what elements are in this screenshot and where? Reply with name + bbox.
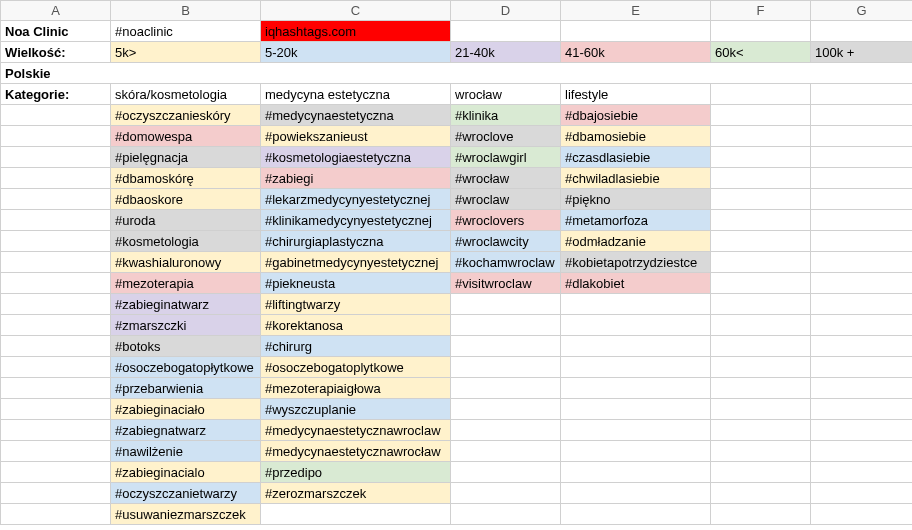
cell-hashtag[interactable] [561,315,711,336]
cell-hashtag[interactable] [451,294,561,315]
cell-cat-b[interactable]: skóra/kosmetologia [111,84,261,105]
cell-hashtag[interactable]: #przebarwienia [111,378,261,399]
cell-empty[interactable] [811,483,913,504]
cell-hashtag[interactable]: #zabiegnatwarz [111,420,261,441]
cell-size-d[interactable]: 21-40k [451,42,561,63]
cell-empty[interactable] [1,378,111,399]
cell-hashtag[interactable]: #kosmetologia [111,231,261,252]
cell-empty[interactable] [1,105,111,126]
cell-empty[interactable] [1,483,111,504]
cell-hashtag[interactable]: #wroclovers [451,210,561,231]
cell-hashtag[interactable]: #botoks [111,336,261,357]
cell-empty[interactable] [711,399,811,420]
col-header-C[interactable]: C [261,1,451,21]
cell-hashtag[interactable]: #kobietapotrzydziestce [561,252,711,273]
cell-hashtag[interactable]: #korektanosa [261,315,451,336]
cell-empty[interactable] [711,105,811,126]
cell-empty[interactable] [811,441,913,462]
cell-hashtag[interactable]: #dbaoskore [111,189,261,210]
cell-empty[interactable] [711,21,811,42]
cell-empty[interactable] [1,315,111,336]
cell-hashtag[interactable]: #nawilżenie [111,441,261,462]
cell-hashtag[interactable] [451,462,561,483]
cell-hashtag[interactable]: #domowespa [111,126,261,147]
cell-empty[interactable] [811,399,913,420]
cell-size-f[interactable]: 60k< [711,42,811,63]
cell-empty[interactable] [811,147,913,168]
cell-empty[interactable] [711,252,811,273]
cell-hashtag[interactable] [561,357,711,378]
cell-hashtag[interactable]: #usuwaniezmarszczek [111,504,261,525]
col-header-D[interactable]: D [451,1,561,21]
cell-brand-name[interactable]: Noa Clinic [1,21,111,42]
cell-cat-c[interactable]: medycyna estetyczna [261,84,451,105]
cell-empty[interactable] [1,462,111,483]
cell-hashtag[interactable]: #dbamoskórę [111,168,261,189]
cell-hashtag[interactable]: #przedipo [261,462,451,483]
cell-hashtag[interactable]: #kosmetologiaestetyczna [261,147,451,168]
cell-brand-hashtag[interactable]: #noaclinic [111,21,261,42]
cell-hashtag[interactable]: #kwashialuronowy [111,252,261,273]
cell-hashtag[interactable]: #pielęgnacja [111,147,261,168]
cell-hashtag[interactable]: #powiekszanieust [261,126,451,147]
cell-empty[interactable] [711,294,811,315]
cell-empty[interactable] [1,441,111,462]
cell-hashtag[interactable]: #medycynaestetycznawroclaw [261,420,451,441]
cell-hashtag[interactable]: #uroda [111,210,261,231]
cell-empty[interactable] [811,21,913,42]
cell-empty[interactable] [711,147,811,168]
cell-hashtag[interactable]: #zabieginacialo [111,462,261,483]
cell-empty[interactable] [1,336,111,357]
cell-hashtag[interactable] [561,420,711,441]
cell-cat-d[interactable]: wrocław [451,84,561,105]
cell-hashtag[interactable]: #zmarszczki [111,315,261,336]
cell-empty[interactable] [711,315,811,336]
cell-hashtag[interactable]: #zabiegi [261,168,451,189]
cell-hashtag[interactable]: #wroclove [451,126,561,147]
cell-hashtag[interactable]: #chirurg [261,336,451,357]
cell-hashtag[interactable] [451,399,561,420]
cell-hashtag[interactable] [561,483,711,504]
cell-hashtag[interactable]: #medycynaestetycznawrocław [261,441,451,462]
cell-hashtag[interactable] [451,420,561,441]
cell-hashtag[interactable] [451,483,561,504]
cell-empty[interactable] [1,420,111,441]
cell-empty[interactable] [811,105,913,126]
col-header-G[interactable]: G [811,1,913,21]
cell-empty[interactable] [711,84,811,105]
cell-hashtag[interactable] [561,441,711,462]
cell-empty[interactable] [811,126,913,147]
cell-hashtag[interactable]: #zerozmarszczek [261,483,451,504]
cell-source-site[interactable]: iqhashtags.com [261,21,451,42]
cell-empty[interactable] [1,210,111,231]
cell-size-g[interactable]: 100k + [811,42,913,63]
cell-section-title[interactable]: Polskie [1,63,913,84]
cell-hashtag[interactable] [451,315,561,336]
cell-hashtag[interactable] [561,399,711,420]
cell-hashtag[interactable]: #chirurgiaplastyczna [261,231,451,252]
cell-hashtag[interactable] [561,504,711,525]
cell-empty[interactable] [711,378,811,399]
cell-empty[interactable] [1,357,111,378]
cell-empty[interactable] [811,336,913,357]
cell-hashtag[interactable]: #mezoterapia [111,273,261,294]
cell-hashtag[interactable]: #metamorfoza [561,210,711,231]
cell-hashtag[interactable]: #zabieginaciało [111,399,261,420]
cell-empty[interactable] [711,126,811,147]
col-header-F[interactable]: F [711,1,811,21]
cell-hashtag[interactable]: #chwiladlasiebie [561,168,711,189]
cell-empty[interactable] [811,210,913,231]
cell-empty[interactable] [811,84,913,105]
cell-hashtag[interactable]: #zabieginatwarz [111,294,261,315]
cell-hashtag[interactable]: #klinika [451,105,561,126]
cell-hashtag[interactable] [451,441,561,462]
col-header-A[interactable]: A [1,1,111,21]
cell-hashtag[interactable]: #lekarzmedycynyestetycznej [261,189,451,210]
cell-hashtag[interactable]: #wrocław [451,168,561,189]
cell-hashtag[interactable]: #osoczebogatoplytkowe [261,357,451,378]
cell-hashtag[interactable]: #klinikamedycynyestetycznej [261,210,451,231]
cell-hashtag[interactable] [561,294,711,315]
cell-hashtag[interactable]: #osoczebogatopłytkowe [111,357,261,378]
cell-hashtag[interactable]: #gabinetmedycynyestetycznej [261,252,451,273]
cell-empty[interactable] [811,252,913,273]
